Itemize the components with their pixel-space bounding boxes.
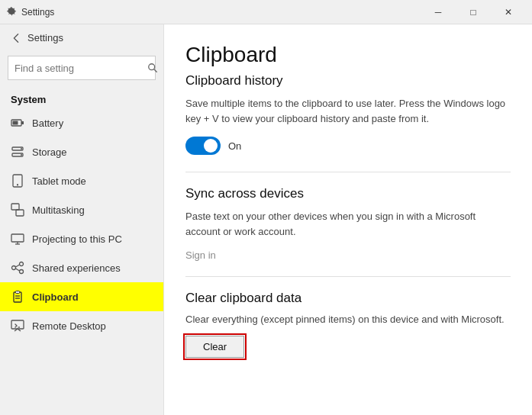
svg-rect-23 [16,291,20,294]
maximize-button[interactable]: □ [456,0,491,24]
clipboard-toggle[interactable] [185,137,221,155]
titlebar: Settings ─ □ ✕ [0,0,532,24]
titlebar-controls: ─ □ ✕ [421,0,526,24]
search-icon [147,63,158,73]
sidebar-item-multitasking-label: Multitasking [32,204,85,216]
toggle-knob [204,139,218,153]
clipboard-history-title: Clipboard history [185,73,511,88]
titlebar-title: Settings [21,7,421,18]
sidebar-item-remote-desktop[interactable]: Remote Desktop [0,311,163,340]
storage-icon [11,145,24,159]
back-icon [11,33,21,43]
back-button[interactable]: Settings [0,24,163,51]
sidebar-section-label: System [0,88,163,108]
sidebar-item-clipboard-label: Clipboard [32,291,79,303]
svg-rect-14 [11,234,24,242]
sidebar-item-projecting-label: Projecting to this PC [32,233,122,245]
toggle-label: On [228,140,241,152]
clipboard-icon [11,290,24,304]
projecting-icon [11,232,24,246]
svg-point-18 [20,262,24,266]
svg-rect-13 [16,210,24,216]
minimize-button[interactable]: ─ [421,0,456,24]
clear-button[interactable]: Clear [185,336,244,358]
section-divider-1 [185,172,511,172]
sync-desc: Paste text on your other devices when yo… [185,209,511,239]
sidebar: Settings System Battery [0,24,164,415]
clipboard-history-desc: Save multiple items to the clipboard to … [185,96,511,126]
svg-rect-26 [11,320,24,329]
shared-icon [11,261,24,275]
back-label: Settings [27,32,63,43]
sidebar-item-clipboard[interactable]: Clipboard [0,282,163,311]
svg-rect-5 [13,121,18,125]
sign-in-link[interactable]: Sign in [185,249,511,261]
sidebar-item-projecting[interactable]: Projecting to this PC [0,224,163,253]
svg-point-9 [21,154,22,156]
tablet-icon [11,174,24,188]
svg-point-17 [12,266,16,270]
app-container: Settings System Battery [0,24,532,415]
sync-title: Sync across devices [185,186,511,201]
clear-title: Clear clipboard data [185,291,511,306]
search-box[interactable] [8,56,156,80]
sidebar-item-remote-label: Remote Desktop [32,320,106,332]
clear-desc: Clear everything (except pinned items) o… [185,314,511,325]
search-input[interactable] [15,63,143,74]
svg-line-1 [154,69,157,72]
sidebar-item-battery[interactable]: Battery [0,108,163,137]
page-title: Clipboard [185,43,511,67]
content-area: Clipboard Clipboard history Save multipl… [164,24,532,415]
remote-icon [11,319,24,333]
sidebar-item-storage[interactable]: Storage [0,137,163,166]
close-button[interactable]: ✕ [491,0,526,24]
multitasking-icon [11,203,24,217]
settings-icon [6,7,17,18]
sidebar-item-battery-label: Battery [32,117,63,129]
sidebar-item-shared-label: Shared experiences [32,262,121,274]
battery-icon [11,116,24,130]
svg-point-8 [21,148,22,150]
svg-line-20 [16,265,20,267]
clipboard-toggle-row: On [185,137,511,155]
sidebar-item-multitasking[interactable]: Multitasking [0,195,163,224]
svg-rect-12 [11,204,19,210]
sidebar-item-shared-experiences[interactable]: Shared experiences [0,253,163,282]
svg-line-21 [16,269,20,271]
section-divider-2 [185,276,511,277]
sidebar-item-tablet-mode[interactable]: Tablet mode [0,166,163,195]
svg-point-19 [20,270,24,274]
sidebar-item-storage-label: Storage [32,146,67,158]
sidebar-item-tablet-label: Tablet mode [32,175,86,187]
